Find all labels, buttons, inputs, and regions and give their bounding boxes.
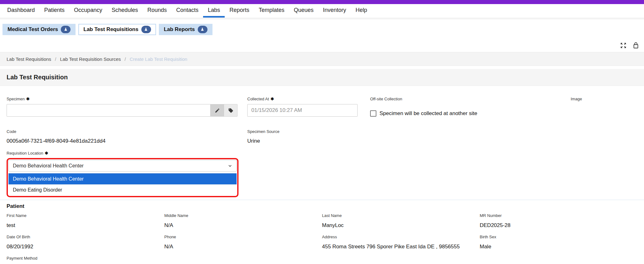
nav-item-occupancy[interactable]: Occupancy bbox=[69, 4, 107, 18]
requisition-location-options: Demo Behavioral Health Center Demo Eatin… bbox=[8, 173, 237, 195]
sub-tabs: Medical Test Orders Lab Test Requisition… bbox=[0, 19, 644, 39]
breadcrumb-lab-test-requisition-sources[interactable]: Lab Test Requisition Sources bbox=[60, 56, 121, 62]
selected-option-label: Demo Behavioral Health Center bbox=[13, 163, 84, 169]
fullscreen-expand-icon[interactable] bbox=[620, 42, 627, 49]
page-header: Lab Test Requisition bbox=[0, 69, 644, 86]
tab-lab-reports[interactable]: Lab Reports bbox=[159, 24, 212, 35]
page-title: Lab Test Requisition bbox=[7, 74, 68, 81]
requisition-location-select[interactable]: Demo Behavioral Health Center bbox=[8, 160, 237, 172]
pencil-icon bbox=[215, 108, 220, 113]
patient-last-name: Last Name ManyLoc bbox=[322, 213, 480, 229]
patient-last-name-value: ManyLoc bbox=[322, 222, 480, 229]
specimen-source-field-group: Specimen Source Urine bbox=[247, 129, 637, 144]
patient-middle-name-value: N/A bbox=[164, 222, 322, 229]
patient-address-value: 455 Roma Streets 796 Sporer Pike East Id… bbox=[322, 244, 480, 250]
patient-phone: Phone N/A bbox=[164, 235, 322, 250]
chevron-down-icon bbox=[228, 163, 233, 168]
form-row-2: Code 0005a06f-7321-4f69-8049-4e81da221dd… bbox=[7, 129, 637, 144]
breadcrumb-separator: / bbox=[55, 56, 56, 62]
specimen-source-label: Specimen Source bbox=[247, 129, 637, 134]
patient-mr-number: MR Number DED2025-28 bbox=[480, 213, 637, 229]
form-row-1: Specimen ✱ Collected At ✱ Off- bbox=[7, 97, 637, 117]
patient-first-name: First Name test bbox=[7, 213, 164, 229]
lock-icon[interactable] bbox=[632, 42, 640, 49]
nav-item-inventory[interactable]: Inventory bbox=[318, 4, 351, 18]
patient-payment-method: Payment Method Self Pay bbox=[7, 256, 164, 264]
patient-birth-sex: Birth Sex Male bbox=[480, 235, 637, 250]
lab-flask-badge-icon bbox=[61, 26, 71, 33]
nav-item-dashboard[interactable]: Dashboard bbox=[3, 4, 39, 18]
collected-at-label: Collected At ✱ bbox=[247, 97, 370, 101]
offsite-collection-label: Off-site Collection bbox=[370, 97, 571, 101]
requisition-location-label: Requisition Location ✱ bbox=[7, 151, 637, 156]
patient-details-grid: First Name test Middle Name N/A Last Nam… bbox=[7, 213, 637, 264]
required-icon: ✱ bbox=[45, 151, 48, 155]
tag-specimen-button[interactable] bbox=[224, 104, 238, 117]
specimen-label: Specimen ✱ bbox=[7, 97, 247, 101]
breadcrumb-lab-test-requisitions[interactable]: Lab Test Requisitions bbox=[7, 56, 51, 62]
nav-item-reports[interactable]: Reports bbox=[225, 4, 254, 18]
nav-item-rounds[interactable]: Rounds bbox=[143, 4, 171, 18]
patient-date-of-birth-value: 08/20/1992 bbox=[7, 244, 164, 250]
patient-section-heading: Patient bbox=[7, 203, 637, 209]
nav-item-queues[interactable]: Queues bbox=[289, 4, 318, 18]
nav-item-labs[interactable]: Labs bbox=[203, 4, 225, 18]
patient-address: Address 455 Roma Streets 796 Sporer Pike… bbox=[322, 235, 480, 250]
nav-item-contacts[interactable]: Contacts bbox=[171, 4, 203, 18]
nav-item-patients[interactable]: Patients bbox=[39, 4, 69, 18]
breadcrumb: Lab Test Requisitions / Lab Test Requisi… bbox=[0, 52, 644, 66]
lab-flask-badge-icon bbox=[198, 26, 207, 33]
image-field-group: Image bbox=[571, 97, 637, 117]
code-field-group: Code 0005a06f-7321-4f69-8049-4e81da221dd… bbox=[7, 129, 247, 144]
required-icon: ✱ bbox=[270, 97, 274, 101]
nav-item-templates[interactable]: Templates bbox=[254, 4, 289, 18]
spacer bbox=[0, 66, 644, 69]
collected-at-input[interactable] bbox=[247, 104, 358, 117]
tab-label: Lab Test Requisitions bbox=[83, 26, 138, 33]
breadcrumb-separator: / bbox=[125, 56, 126, 62]
tag-icon bbox=[228, 108, 233, 113]
offsite-checkbox-label: Specimen will be collected at another si… bbox=[380, 110, 477, 117]
breadcrumb-create-lab-test-requisition: Create Lab Test Requisition bbox=[130, 56, 187, 62]
section-divider bbox=[0, 200, 644, 200]
requisition-location-group: Requisition Location ✱ Demo Behavioral H… bbox=[7, 151, 637, 197]
required-icon: ✱ bbox=[26, 97, 30, 101]
tab-lab-test-requisitions[interactable]: Lab Test Requisitions bbox=[78, 24, 156, 35]
offsite-checkbox[interactable] bbox=[370, 110, 376, 117]
patient-birth-sex-value: Male bbox=[480, 244, 637, 250]
tab-medical-test-orders[interactable]: Medical Test Orders bbox=[3, 24, 76, 35]
tab-label: Medical Test Orders bbox=[8, 26, 58, 33]
option-demo-behavioral-health-center[interactable]: Demo Behavioral Health Center bbox=[8, 173, 237, 184]
specimen-field-group: Specimen ✱ bbox=[7, 97, 247, 117]
specimen-input-group bbox=[7, 104, 238, 117]
lab-flask-badge-icon bbox=[141, 26, 151, 33]
main-nav: Dashboard Patients Occupancy Schedules R… bbox=[0, 4, 644, 18]
offsite-collection-group: Off-site Collection Specimen will be col… bbox=[370, 97, 571, 117]
specimen-source-value: Urine bbox=[247, 138, 637, 144]
patient-mr-number-value: DED2025-28 bbox=[480, 222, 637, 229]
image-label: Image bbox=[571, 97, 637, 101]
patient-middle-name: Middle Name N/A bbox=[164, 213, 322, 229]
code-label: Code bbox=[7, 129, 247, 134]
nav-item-help[interactable]: Help bbox=[351, 4, 372, 18]
specimen-input[interactable] bbox=[7, 104, 211, 117]
patient-date-of-birth: Date Of Birth 08/20/1992 bbox=[7, 235, 164, 250]
tab-label: Lab Reports bbox=[164, 26, 195, 33]
nav-item-schedules[interactable]: Schedules bbox=[107, 4, 143, 18]
annotation-highlight-box: Demo Behavioral Health Center Demo Behav… bbox=[7, 158, 238, 197]
collected-at-field-group: Collected At ✱ bbox=[247, 97, 370, 117]
patient-first-name-value: test bbox=[7, 222, 164, 229]
lab-test-requisition-form: Specimen ✱ Collected At ✱ Off- bbox=[0, 86, 644, 264]
code-value: 0005a06f-7321-4f69-8049-4e81da221dd4 bbox=[7, 138, 247, 144]
option-demo-eating-disorder[interactable]: Demo Eating Disorder bbox=[8, 184, 237, 195]
top-accent-bar bbox=[0, 0, 644, 4]
page-action-icons bbox=[0, 39, 644, 52]
edit-specimen-button[interactable] bbox=[211, 104, 224, 117]
patient-phone-value: N/A bbox=[164, 244, 322, 250]
offsite-checkbox-row: Specimen will be collected at another si… bbox=[370, 110, 571, 117]
